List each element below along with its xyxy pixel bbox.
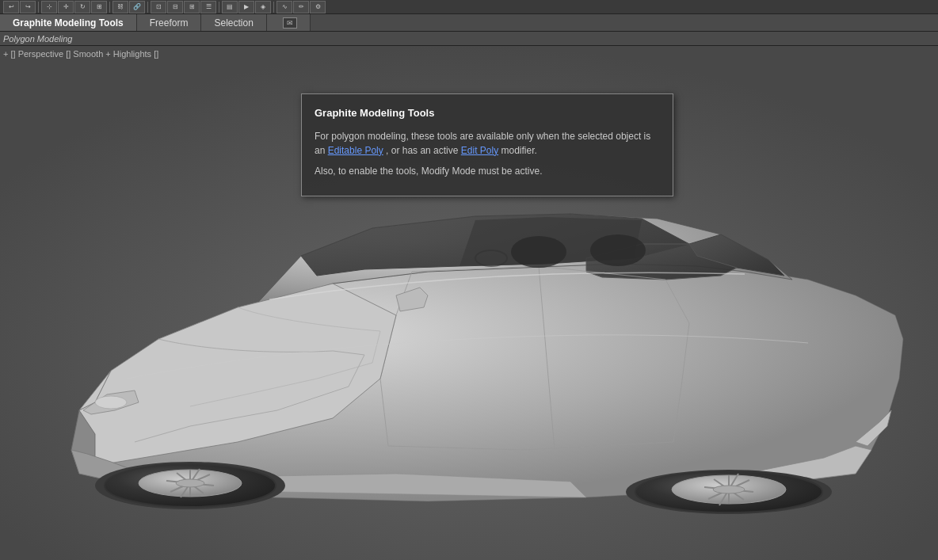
separator-5: [273, 2, 274, 13]
sub-label-bar: Polygon Modeling: [0, 32, 938, 46]
viewport-label: + [] Perspective [] Smooth + Highlights …: [3, 49, 158, 59]
paint-icon[interactable]: ✏: [293, 1, 309, 13]
tooltip-title: Graphite Modeling Tools: [315, 105, 660, 121]
svg-point-20: [713, 486, 745, 493]
tab-freeform-label: Freeform: [150, 17, 189, 29]
material-icon[interactable]: ◈: [255, 1, 271, 13]
tab-freeform[interactable]: Freeform: [137, 14, 202, 31]
unlink-icon[interactable]: 🔗: [129, 1, 145, 13]
tooltip-middle-1: , or has an active: [383, 145, 461, 156]
move-icon[interactable]: ✛: [58, 1, 74, 13]
select-icon[interactable]: ⊹: [41, 1, 57, 13]
svg-point-11: [176, 479, 204, 487]
tooltip-middle-2: modifier.: [498, 145, 537, 156]
viewport[interactable]: + [] Perspective [] Smooth + Highlights …: [0, 46, 938, 560]
svg-point-21: [511, 236, 566, 268]
rotate-icon[interactable]: ↻: [74, 1, 90, 13]
tooltip-link-edit-poly[interactable]: Edit Poly: [461, 145, 498, 156]
separator-2: [109, 2, 110, 13]
tab-bar: Graphite Modeling Tools Freeform Selecti…: [0, 14, 938, 32]
tab-selection[interactable]: Selection: [201, 14, 266, 31]
top-toolbar: ↩ ↪ ⊹ ✛ ↻ ⊞ ⛓ 🔗 ⊡ ⊟ ⊞ ☰ ▤ ▶ ◈ ∿ ✏ ⚙: [0, 0, 938, 14]
curve-icon[interactable]: ∿: [276, 1, 292, 13]
separator-1: [38, 2, 39, 13]
tab-graphite-label: Graphite Modeling Tools: [13, 17, 124, 29]
tab-selection-label: Selection: [214, 17, 253, 29]
redo-icon[interactable]: ↪: [20, 1, 36, 13]
email-icon: ✉: [283, 17, 297, 29]
polygon-modeling-label: Polygon Modeling: [3, 34, 72, 44]
tooltip-paragraph-2: Also, to enable the tools, Modify Mode m…: [315, 164, 660, 178]
tooltip-popup: Graphite Modeling Tools For polygon mode…: [301, 93, 673, 196]
toolbar-icons-left: ↩ ↪ ⊹ ✛ ↻ ⊞ ⛓ 🔗 ⊡ ⊟ ⊞ ☰ ▤ ▶ ◈ ∿ ✏ ⚙: [3, 1, 326, 13]
scale-icon[interactable]: ⊞: [91, 1, 107, 13]
svg-point-2: [95, 396, 127, 409]
tooltip-paragraph-1: For polygon modeling, these tools are av…: [315, 129, 660, 158]
tab-email[interactable]: ✉: [267, 14, 311, 31]
tab-graphite-modeling[interactable]: Graphite Modeling Tools: [0, 14, 137, 31]
render-icon[interactable]: ▶: [238, 1, 254, 13]
separator-3: [147, 2, 148, 13]
mirror-icon[interactable]: ⊟: [167, 1, 183, 13]
tooltip-link-editable-poly[interactable]: Editable Poly: [328, 145, 383, 156]
snap-icon[interactable]: ⊡: [151, 1, 166, 13]
svg-point-22: [590, 234, 646, 266]
separator-4: [219, 2, 219, 13]
viewport-label-text: + [] Perspective [] Smooth + Highlights …: [3, 49, 158, 59]
layers-icon[interactable]: ▤: [222, 1, 238, 13]
settings-icon[interactable]: ⚙: [310, 1, 326, 13]
array-icon[interactable]: ⊞: [184, 1, 200, 13]
undo-icon[interactable]: ↩: [3, 1, 19, 13]
align-icon[interactable]: ☰: [200, 1, 216, 13]
link-icon[interactable]: ⛓: [112, 1, 128, 13]
